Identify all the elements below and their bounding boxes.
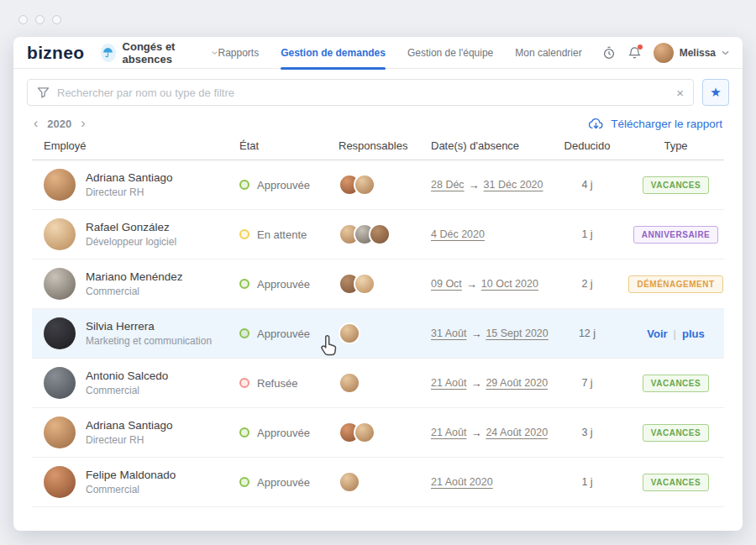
nav-item-gestion-de-demandes[interactable]: Gestion de demandes: [281, 37, 386, 69]
status-cell: Approuvée: [228, 328, 327, 340]
table-header: Employé État Responsables Date(s) d'abse…: [32, 139, 724, 160]
employee-name: Silvia Herrera: [86, 320, 212, 333]
dates-cell: 21 Août 2020: [419, 476, 547, 488]
employee-role: Commercial: [86, 385, 168, 396]
date-arrow: →: [470, 328, 481, 340]
nav-item-mon-calendrier[interactable]: Mon calendrier: [515, 37, 581, 69]
deducted-cell: 3 j: [547, 427, 627, 438]
minimize-window-button[interactable]: [35, 15, 45, 24]
download-report-link[interactable]: Télécharger le rapport: [588, 118, 722, 130]
manager-avatar: [339, 471, 360, 493]
notification-badge: [638, 45, 643, 50]
status-label: Approuvée: [257, 476, 310, 489]
date-end-link[interactable]: 31 Déc 2020: [484, 179, 543, 191]
notifications-bell-icon[interactable]: [628, 46, 641, 60]
date-start-link[interactable]: 21 Août: [431, 377, 466, 389]
employee-role: Commercial: [86, 286, 183, 297]
filter-icon: [37, 86, 50, 98]
table-row[interactable]: Adriana SantiagoDirecteur RHApprouvée28 …: [32, 160, 724, 210]
row-action-link[interactable]: plus: [682, 328, 705, 340]
employee-name: Rafael González: [86, 221, 176, 233]
table-row[interactable]: Antonio SalcedoCommercialRefusée21 Août→…: [32, 359, 724, 408]
type-badge: VACANCES: [643, 176, 709, 194]
employee-name: Mariano Menéndez: [86, 270, 183, 283]
employee-avatar: [44, 268, 76, 300]
window-controls: [18, 15, 61, 24]
date-end-link[interactable]: 29 Août 2020: [486, 377, 548, 389]
manager-avatar: [354, 422, 375, 443]
employee-avatar: [44, 218, 76, 250]
clear-search-icon[interactable]: ×: [676, 86, 684, 99]
employee-role: Marketing et communication: [86, 335, 212, 347]
bizneo-logo[interactable]: bizneo: [27, 43, 84, 63]
status-cell: Approuvée: [228, 278, 327, 291]
link-separator: |: [674, 328, 676, 340]
employee-avatar: [44, 169, 76, 201]
current-year: 2020: [47, 118, 71, 130]
table-row[interactable]: Mariano MenéndezCommercialApprouvée09 Oc…: [32, 259, 724, 309]
date-start-link[interactable]: 28 Déc: [431, 179, 465, 191]
top-navigation-bar: bizneo Congés et absences Rapports Gesti…: [13, 37, 743, 69]
user-avatar: [654, 43, 674, 63]
app-window: bizneo Congés et absences Rapports Gesti…: [13, 37, 743, 531]
table-row[interactable]: Rafael GonzálezDéveloppeur logicielEn at…: [32, 210, 724, 259]
date-start-link[interactable]: 21 Août: [431, 427, 466, 438]
search-row: × ★: [13, 69, 743, 111]
employee-avatar: [44, 466, 76, 498]
employee-cell: Adriana SantiagoDirecteur RH: [32, 417, 228, 448]
product-selector[interactable]: Congés et absences: [101, 40, 218, 66]
status-cell: Approuvée: [228, 179, 327, 191]
employee-cell: Antonio SalcedoCommercial: [32, 367, 228, 399]
table-body: Adriana SantiagoDirecteur RHApprouvée28 …: [32, 160, 724, 507]
type-badge: DÉMÉNAGEMENT: [628, 275, 722, 293]
search-field[interactable]: ×: [27, 79, 694, 106]
date-arrow: →: [469, 179, 480, 191]
type-cell: VACANCES: [627, 176, 724, 194]
managers-cell: [327, 174, 419, 196]
date-start-link[interactable]: 09 Oct: [431, 278, 462, 290]
date-end-link[interactable]: 15 Sept 2020: [486, 328, 548, 339]
main-nav: Rapports Gestion de demandes Gestion de …: [218, 37, 581, 69]
table-row[interactable]: Silvia HerreraMarketing et communication…: [32, 309, 724, 359]
status-label: Approuvée: [257, 179, 310, 191]
employee-cell: Silvia HerreraMarketing et communication: [32, 317, 228, 349]
close-window-button[interactable]: [18, 15, 28, 24]
managers-cell: [327, 372, 419, 394]
date-end-link[interactable]: 10 Oct 2020: [481, 278, 538, 290]
time-tracking-clock-icon[interactable]: [602, 46, 616, 60]
table-row[interactable]: Adriana SantiagoDirecteur RHApprouvée21 …: [32, 408, 724, 458]
dates-cell: 09 Oct→10 Oct 2020: [419, 278, 547, 291]
search-input[interactable]: [57, 86, 669, 99]
managers-cell: [327, 422, 419, 443]
maximize-window-button[interactable]: [52, 15, 61, 24]
deducted-cell: 1 j: [547, 476, 627, 488]
table-row[interactable]: Felipe MaldonadoCommercialApprouvée21 Ao…: [32, 458, 724, 507]
employee-role: Directeur RH: [86, 186, 173, 198]
managers-cell: [327, 273, 419, 295]
nav-item-rapports[interactable]: Rapports: [218, 37, 259, 69]
status-dot: [239, 427, 249, 438]
column-header-responsables: Responsables: [327, 139, 419, 152]
status-dot: [239, 378, 249, 388]
status-label: En attente: [257, 228, 307, 241]
type-badge: VACANCES: [643, 474, 709, 491]
deducted-cell: 12 j: [547, 328, 627, 339]
status-cell: En attente: [228, 228, 327, 241]
manager-avatar: [354, 174, 375, 196]
chevron-down-icon: [212, 50, 218, 55]
previous-year-chevron[interactable]: ‹: [34, 117, 38, 130]
managers-cell: [327, 223, 419, 245]
date-start-link[interactable]: 31 Août: [431, 328, 466, 339]
date-start-link[interactable]: 21 Août 2020: [431, 476, 493, 488]
absences-table: Employé État Responsables Date(s) d'abse…: [32, 139, 724, 531]
nav-item-gestion-de-lequipe[interactable]: Gestion de l'équipe: [407, 37, 493, 69]
saved-filters-star-button[interactable]: ★: [702, 79, 729, 106]
date-end-link[interactable]: 24 Août 2020: [486, 427, 548, 438]
employee-role: Développeur logiciel: [86, 236, 176, 248]
date-start-link[interactable]: 4 Déc 2020: [431, 228, 485, 240]
user-menu[interactable]: Melissa: [654, 43, 729, 63]
row-action-link[interactable]: Voir: [647, 328, 667, 340]
chevron-down-icon: [722, 50, 729, 55]
next-year-chevron[interactable]: ›: [81, 117, 85, 130]
column-header-type: Type: [627, 139, 724, 152]
